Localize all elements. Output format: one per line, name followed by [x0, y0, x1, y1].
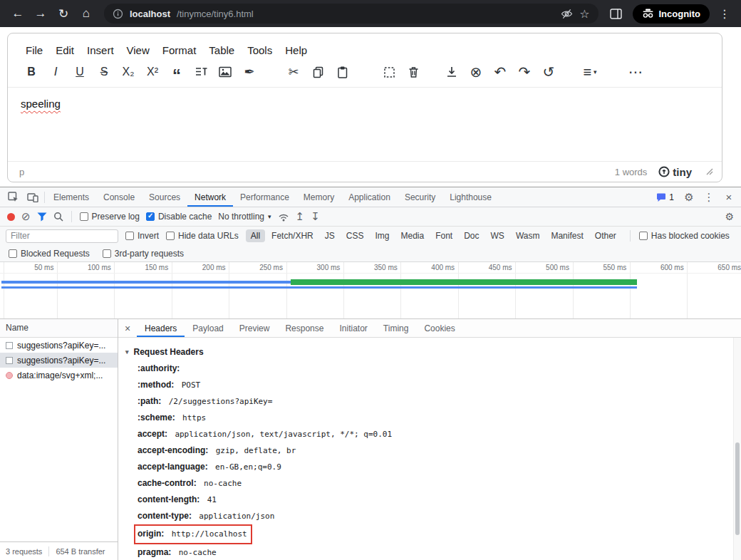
- copy-button[interactable]: [309, 63, 327, 81]
- filter-ws[interactable]: WS: [486, 229, 509, 242]
- paste-button[interactable]: [333, 63, 351, 81]
- devtools-menu-icon[interactable]: ⋮: [700, 188, 718, 207]
- select-all-button[interactable]: [380, 63, 398, 81]
- menu-format[interactable]: Format: [156, 41, 203, 60]
- toolbar-overflow-button[interactable]: ⋯: [626, 63, 645, 81]
- filter-img[interactable]: Img: [370, 229, 394, 242]
- request-row[interactable]: suggestions?apiKey=...: [0, 338, 118, 353]
- issues-button[interactable]: 1: [652, 192, 678, 202]
- preserve-log-checkbox[interactable]: Preserve log: [80, 212, 140, 222]
- tab-network[interactable]: Network: [187, 187, 233, 207]
- tab-elements[interactable]: Elements: [46, 187, 96, 207]
- resize-handle[interactable]: [706, 168, 713, 175]
- tab-lighthouse[interactable]: Lighthouse: [442, 187, 499, 207]
- disable-cache-checkbox[interactable]: Disable cache: [146, 212, 212, 222]
- tab-console[interactable]: Console: [96, 187, 142, 207]
- tab-security[interactable]: Security: [398, 187, 442, 207]
- italic-button[interactable]: I: [46, 63, 65, 81]
- menu-help[interactable]: Help: [279, 41, 314, 60]
- filter-fetch-xhr[interactable]: Fetch/XHR: [266, 229, 318, 242]
- filter-manifest[interactable]: Manifest: [546, 229, 588, 242]
- browser-menu-icon[interactable]: ⋮: [715, 7, 734, 21]
- tab-application[interactable]: Application: [341, 187, 398, 207]
- reload-button[interactable]: ↻: [53, 3, 74, 24]
- scrollbar[interactable]: [733, 338, 741, 560]
- tab-performance[interactable]: Performance: [233, 187, 296, 207]
- side-panel-icon[interactable]: [606, 3, 627, 24]
- export-button[interactable]: [442, 63, 461, 81]
- detail-tab-timing[interactable]: Timing: [375, 319, 417, 337]
- request-row-selected[interactable]: suggestions?apiKey=...: [0, 353, 118, 368]
- cancel-button[interactable]: ⊗: [467, 63, 485, 81]
- detail-tab-headers[interactable]: Headers: [137, 319, 185, 337]
- export-har-icon[interactable]: ↧: [311, 210, 320, 223]
- tab-memory[interactable]: Memory: [296, 187, 341, 207]
- throttling-dropdown[interactable]: No throttling ▾: [218, 212, 271, 222]
- tab-sources[interactable]: Sources: [142, 187, 187, 207]
- clear-button[interactable]: ⊘: [21, 210, 31, 223]
- filter-input[interactable]: [6, 229, 118, 243]
- filter-other[interactable]: Other: [590, 229, 621, 242]
- detail-tab-response[interactable]: Response: [277, 319, 331, 337]
- blocked-requests-checkbox[interactable]: Blocked Requests: [9, 249, 90, 259]
- filter-wasm[interactable]: Wasm: [511, 229, 545, 242]
- underline-button[interactable]: U: [71, 63, 89, 81]
- restore-draft-button[interactable]: ↺: [539, 63, 558, 81]
- align-button[interactable]: ≡ ▾: [581, 63, 599, 81]
- line-height-button[interactable]: [192, 63, 210, 81]
- scrollbar-thumb[interactable]: [735, 442, 740, 535]
- invert-checkbox[interactable]: Invert: [125, 231, 159, 241]
- network-conditions-icon[interactable]: [278, 212, 289, 222]
- filter-all[interactable]: All: [246, 229, 265, 242]
- filter-media[interactable]: Media: [395, 229, 429, 242]
- detail-tab-preview[interactable]: Preview: [232, 319, 278, 337]
- request-row[interactable]: data:image/svg+xml;...: [0, 368, 118, 383]
- filter-toggle-icon[interactable]: [37, 212, 47, 222]
- address-bar[interactable]: localhost /tinymce/tiny6.html ☆: [104, 4, 598, 24]
- forward-button[interactable]: →: [30, 3, 51, 24]
- undo-button[interactable]: ↶: [491, 63, 509, 81]
- menu-insert[interactable]: Insert: [81, 41, 120, 60]
- menu-table[interactable]: Table: [202, 41, 241, 60]
- devtools-close-icon[interactable]: ×: [720, 188, 738, 207]
- request-headers-toggle[interactable]: ▾ Request Headers: [125, 343, 727, 361]
- image-button[interactable]: [216, 63, 234, 81]
- filter-font[interactable]: Font: [430, 229, 457, 242]
- redo-button[interactable]: ↷: [515, 63, 534, 81]
- detail-tab-initiator[interactable]: Initiator: [331, 319, 375, 337]
- back-button[interactable]: ←: [7, 3, 28, 24]
- menu-view[interactable]: View: [120, 41, 156, 60]
- blockquote-button[interactable]: “: [167, 63, 186, 81]
- third-party-requests-checkbox[interactable]: 3rd-party requests: [103, 249, 184, 259]
- subscript-button[interactable]: X₂: [119, 63, 138, 81]
- inspect-element-icon[interactable]: [3, 187, 23, 207]
- detail-tab-cookies[interactable]: Cookies: [416, 319, 462, 337]
- home-button[interactable]: ⌂: [76, 3, 97, 24]
- network-settings-icon[interactable]: ⚙: [725, 211, 734, 222]
- cut-button[interactable]: ✂: [284, 63, 303, 81]
- element-path[interactable]: p: [19, 167, 24, 177]
- close-details-icon[interactable]: ×: [118, 319, 137, 337]
- filter-doc[interactable]: Doc: [459, 229, 484, 242]
- editor-content[interactable]: speeling: [8, 87, 722, 161]
- name-column-header[interactable]: Name: [0, 319, 118, 338]
- menu-edit[interactable]: Edit: [49, 41, 81, 60]
- superscript-button[interactable]: X²: [143, 63, 162, 81]
- search-icon[interactable]: [53, 212, 63, 222]
- detail-tab-payload[interactable]: Payload: [185, 319, 231, 337]
- word-count[interactable]: 1 words: [615, 167, 648, 177]
- tinymce-logo[interactable]: tiny: [658, 166, 692, 178]
- page-info-icon[interactable]: [113, 9, 123, 19]
- has-blocked-cookies-checkbox[interactable]: Has blocked cookies: [639, 231, 730, 241]
- strikethrough-button[interactable]: S: [95, 63, 113, 81]
- network-overview-timeline[interactable]: 50 ms 100 ms 150 ms 200 ms 250 ms 300 ms…: [0, 262, 741, 319]
- hide-data-urls-checkbox[interactable]: Hide data URLs: [166, 231, 239, 241]
- menu-tools[interactable]: Tools: [241, 41, 279, 60]
- filter-js[interactable]: JS: [320, 229, 340, 242]
- menu-file[interactable]: File: [19, 41, 49, 60]
- remove-button[interactable]: [404, 63, 423, 81]
- devtools-settings-icon[interactable]: ⚙: [680, 188, 698, 207]
- bookmark-star-icon[interactable]: ☆: [579, 7, 589, 21]
- filter-css[interactable]: CSS: [341, 229, 369, 242]
- bold-button[interactable]: B: [22, 63, 41, 81]
